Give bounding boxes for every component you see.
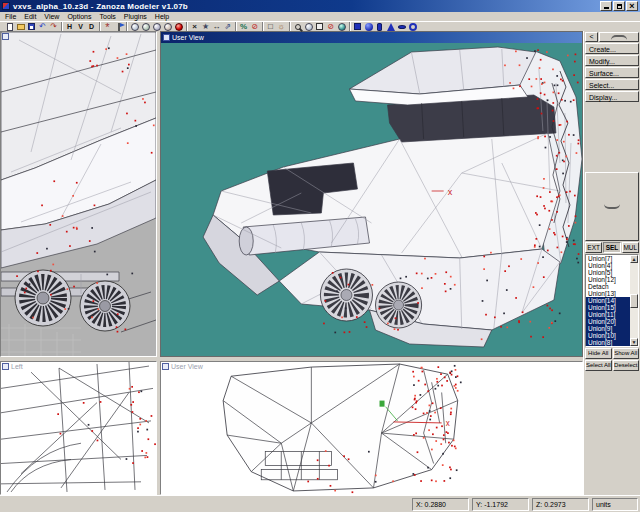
menu-item[interactable]: Help (151, 13, 173, 20)
view-toggle-button[interactable]: D (86, 22, 97, 32)
open-file-icon[interactable] (15, 22, 26, 32)
smooth-shade-icon[interactable] (129, 22, 140, 32)
primitive-cube-icon[interactable] (352, 22, 363, 32)
vertex-star-icon[interactable]: ★ (200, 22, 211, 32)
restriction-icon[interactable]: ⊘ (249, 22, 260, 32)
status-units: units (592, 498, 638, 511)
title-bar: vxvs_alpha_10.z3d - Zanoza Modeler v1.07… (0, 0, 640, 12)
status-bar: X: 0.2880 Y: -1.1792 Z: 0.2973 units (0, 495, 640, 512)
primitive-torus-icon[interactable] (407, 22, 418, 32)
snap-icon[interactable]: * (102, 22, 113, 32)
status-x-coordinate: X: 0.2880 (412, 498, 469, 511)
primitive-cylinder-icon[interactable] (374, 22, 385, 32)
viewport-icon[interactable] (162, 363, 169, 370)
status-y-coordinate: Y: -1.1792 (472, 498, 529, 511)
viewport-top-left[interactable] (0, 31, 157, 357)
flat-shade-icon[interactable] (140, 22, 151, 32)
collapse-panel-button[interactable]: < (585, 32, 598, 42)
primitive-disc-icon[interactable] (396, 22, 407, 32)
viewport-left[interactable]: Left (0, 361, 157, 495)
command-menu-button[interactable]: Display... (585, 91, 639, 102)
menu-item[interactable]: View (40, 13, 63, 20)
scroll-thumb[interactable] (630, 294, 638, 308)
selection-mode-tab[interactable]: MUL (622, 242, 639, 253)
viewport-icon[interactable] (163, 34, 170, 41)
scroll-down-icon[interactable]: ▼ (630, 338, 638, 346)
sphere-view-icon[interactable] (303, 22, 314, 32)
viewport-user-main[interactable]: User View (160, 31, 583, 357)
object-list-item[interactable]: Union[5] (586, 269, 630, 276)
viewport-title: User View (172, 34, 204, 41)
axis-x-label: x (446, 419, 450, 428)
app-window: vxvs_alpha_10.z3d - Zanoza Modeler v1.07… (0, 0, 640, 512)
rollup-bottom-button[interactable] (585, 172, 639, 242)
selection-mode-tab[interactable]: SEL (603, 242, 620, 253)
object-list-item[interactable]: Union[10] (586, 332, 630, 339)
view-toggle-button[interactable]: V (75, 22, 86, 32)
object-list-item[interactable]: Union[8] (586, 339, 630, 346)
object-list-item[interactable]: Detach (586, 283, 630, 290)
rollup-top-button[interactable] (599, 32, 639, 42)
material-editor-icon[interactable] (173, 22, 184, 32)
viewport-user-bottom-canvas[interactable]: x (161, 362, 582, 494)
command-menu-button[interactable]: Create... (585, 43, 639, 54)
delete-icon[interactable]: × (189, 22, 200, 32)
viewport-user-main-canvas[interactable]: x (161, 43, 582, 356)
list-action-button[interactable]: Deselect (613, 360, 640, 371)
scroll-up-icon[interactable]: ▲ (630, 255, 638, 263)
object-list-item[interactable]: Union[15] (586, 304, 630, 311)
object-listbox: Union[7]Union[4]Union[5]Union[12]DetachU… (585, 254, 639, 347)
object-list-item[interactable]: Union[13] (586, 290, 630, 297)
object-list-item[interactable]: Union[20] (586, 318, 630, 325)
mirror-icon[interactable]: ↔ (211, 22, 222, 32)
minimize-button[interactable] (600, 1, 612, 11)
menu-item[interactable]: Tools (96, 13, 120, 20)
viewport-icon[interactable] (2, 363, 9, 370)
list-action-button[interactable]: Select All (585, 360, 612, 371)
object-list-item[interactable]: Union[12] (586, 276, 630, 283)
restore-button[interactable] (613, 1, 625, 11)
redo-icon[interactable]: ↷ (48, 22, 59, 32)
object-list-item[interactable]: Union[11] (586, 311, 630, 318)
zoom-icon[interactable] (292, 22, 303, 32)
undo-icon[interactable]: ↶ (37, 22, 48, 32)
view-toggle-button[interactable]: H (64, 22, 75, 32)
menu-item[interactable]: Edit (20, 13, 40, 20)
primitive-sphere-icon[interactable] (363, 22, 374, 32)
selection-mode-tab[interactable]: EXT (585, 242, 602, 253)
world-icon[interactable] (336, 22, 347, 32)
command-menu-button[interactable]: Surface... (585, 67, 639, 78)
close-button[interactable]: × (626, 1, 638, 11)
command-menu-button[interactable]: Modify... (585, 55, 639, 66)
delete-object-icon[interactable]: ⊘ (325, 22, 336, 32)
scale-percent-icon[interactable]: % (238, 22, 249, 32)
transform-icon[interactable]: ⇗ (222, 22, 233, 32)
primitive-cone-icon[interactable] (385, 22, 396, 32)
flag-icon[interactable] (113, 22, 124, 32)
object-list-item[interactable]: Union[9] (586, 325, 630, 332)
new-file-icon[interactable] (4, 22, 15, 32)
textured-shade-icon[interactable] (162, 22, 173, 32)
viewport-user-bottom[interactable]: User View x (160, 361, 583, 495)
viewport-title: Left (11, 363, 23, 370)
object-list-item[interactable]: Union[7] (586, 255, 630, 262)
axes-pivot-icon[interactable]: ☼ (276, 22, 287, 32)
list-scrollbar[interactable]: ▲ ▼ (630, 255, 638, 346)
menu-item[interactable]: Options (63, 13, 95, 20)
viewport-left-canvas[interactable] (1, 362, 156, 494)
viewport-title-bar[interactable]: User View (161, 32, 582, 43)
object-list-item[interactable]: Union[4] (586, 262, 630, 269)
list-action-button[interactable]: Show All (613, 348, 640, 359)
save-file-icon[interactable] (26, 22, 37, 32)
viewport-top-left-canvas[interactable] (1, 32, 156, 356)
menu-item[interactable]: File (1, 13, 20, 20)
command-menu-button[interactable]: Select... (585, 79, 639, 90)
cube-view-icon[interactable] (314, 22, 325, 32)
axis-x-label: x (448, 187, 453, 197)
object-list-item[interactable]: Union[14] (586, 297, 630, 304)
marquee-select-icon[interactable]: □ (265, 22, 276, 32)
wireframe-shade-icon[interactable] (151, 22, 162, 32)
list-action-button[interactable]: Hide All (585, 348, 612, 359)
menu-item[interactable]: Plugins (120, 13, 151, 20)
viewport-icon[interactable] (2, 33, 9, 40)
